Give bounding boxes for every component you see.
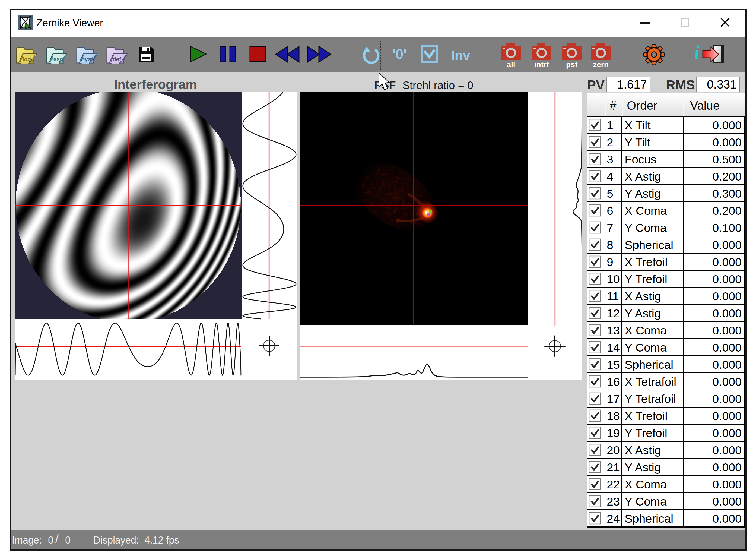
svg-text:psf: psf <box>566 60 578 69</box>
svg-text:def: def <box>112 56 121 62</box>
svg-text:zern: zern <box>593 60 609 69</box>
svg-text:log: log <box>22 56 31 62</box>
svg-text:all: all <box>507 60 515 69</box>
svg-text:intrf: intrf <box>534 60 549 69</box>
